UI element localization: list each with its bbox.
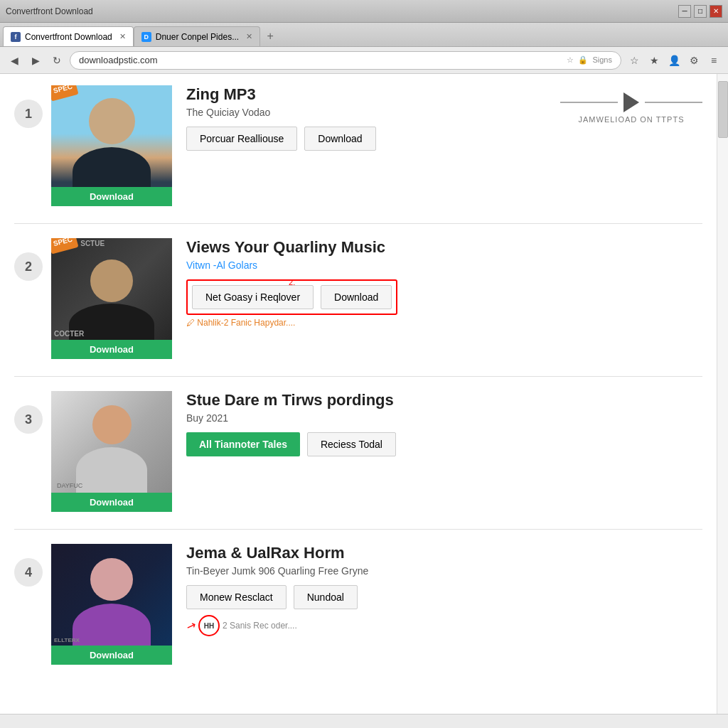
forward-button[interactable]: ▶ — [27, 52, 44, 69]
tab2-favicon: D — [141, 32, 151, 42]
item-title-3: Stue Dare m Tirws pordings — [186, 391, 702, 410]
item-subtitle-4: Tin-Beyer Jumk 906 Quarling Free Gryne — [186, 565, 702, 577]
item-number-3: 3 — [14, 405, 43, 434]
player-label: JAMWELIOAD ON TTPTS — [579, 115, 685, 124]
tab-2[interactable]: D Dnuer Conpel Pides... ✕ — [134, 26, 260, 46]
tab2-close[interactable]: ✕ — [246, 32, 252, 41]
divider-2 — [14, 376, 702, 377]
item-number-4: 4 — [14, 558, 43, 587]
note-icon-2: 🖊 — [186, 318, 195, 328]
url-signs-label: Signs — [592, 55, 612, 65]
item4-btn1[interactable]: Monew Resclact — [186, 585, 287, 609]
thumbnail-3: DAYFUC Download — [51, 391, 172, 512]
list-item: 4 ELLTERX Annrheue Download Jema & UalRa… — [14, 544, 702, 665]
item-buttons-2: Net Goasy i Reqlover Download — [192, 285, 392, 309]
menu-icon[interactable]: ≡ — [705, 52, 722, 69]
window-title: Convertfront Download — [6, 6, 93, 16]
divider-1 — [14, 223, 702, 224]
red-box-annotation: Net Goasy i Reqlover Download — [186, 279, 397, 315]
item2-btn2[interactable]: Download — [321, 285, 392, 309]
thumbnail-2: SITVE SCTUE COCTER SPEC Download — [51, 238, 172, 359]
back-button[interactable]: ◀ — [6, 52, 23, 69]
scrollbar-thumb[interactable] — [718, 81, 728, 138]
thumb-download-btn-3[interactable]: Download — [51, 493, 172, 512]
tab1-close[interactable]: ✕ — [119, 32, 126, 41]
scrollbar[interactable] — [717, 74, 728, 714]
item-info-3: Stue Dare m Tirws pordings Buy 2021 All … — [186, 391, 702, 462]
new-tab-button[interactable]: + — [260, 26, 280, 46]
item-number-2: 2 — [14, 252, 43, 281]
list-item: 2 SITVE SCTUE COCTER SPEC Download Views… — [14, 238, 702, 359]
item-subtitle-1: The Quiciay Vodao — [186, 107, 560, 118]
item-subtitle-3: Buy 2021 — [186, 412, 702, 424]
divider-3 — [14, 529, 702, 530]
item1-btn1[interactable]: Porcuar Realliouse — [186, 127, 297, 151]
item-subtitle-2: Vitwn -Al Golars — [186, 259, 702, 271]
item-title-4: Jema & UalRax Horm — [186, 544, 702, 562]
browser-content: 1 SPEC Download Zing MP3 The Quiciay Vod… — [0, 74, 728, 714]
toolbar-icons: ☆ ★ 👤 ⚙ ≡ — [626, 52, 722, 69]
page-content: 1 SPEC Download Zing MP3 The Quiciay Vod… — [0, 74, 717, 714]
profile-icon[interactable]: 👤 — [665, 52, 682, 69]
close-button[interactable]: ✕ — [710, 5, 722, 18]
url-star-icon: ☆ — [567, 55, 574, 65]
status-bar — [0, 714, 728, 728]
thumbnail-4: ELLTERX Annrheue Download — [51, 544, 172, 665]
item3-btn2[interactable]: Reciess Todal — [307, 432, 396, 456]
minimize-button[interactable]: ─ — [678, 5, 691, 18]
item-info-1: Zing MP3 The Quiciay Vodao Porcuar Reall… — [186, 85, 560, 156]
maximize-button[interactable]: □ — [694, 5, 707, 18]
item-number-1: 1 — [14, 100, 43, 128]
item3-btn1[interactable]: All Tiannoter Tales — [186, 432, 300, 456]
bookmark-star-icon[interactable]: ☆ — [626, 52, 643, 69]
window-chrome: Convertfront Download ─ □ ✕ — [0, 0, 728, 23]
item4-btn2[interactable]: Nundoal — [294, 585, 358, 609]
annotation-circle: HH — [198, 615, 220, 636]
player-line-left — [560, 102, 618, 103]
player-line-right — [645, 102, 702, 103]
thumbnail-1: SPEC Download — [51, 85, 172, 206]
item-note-2: 🖊 Nahlik-2 Fanic Hapydar.... — [186, 318, 702, 328]
thumb-download-btn-4[interactable]: Download — [51, 646, 172, 665]
item-buttons-4: Monew Resclact Nundoal — [186, 585, 702, 609]
thumb-download-btn-2[interactable]: Download — [51, 340, 172, 359]
tab-bar: f Convertfront Download ✕ D Dnuer Conpel… — [0, 23, 728, 47]
tab1-favicon: f — [11, 32, 21, 42]
url-icons: ☆ 🔒 Signs — [567, 55, 612, 65]
player-area: JAMWELIOAD ON TTPTS — [560, 92, 702, 124]
list-item: 1 SPEC Download Zing MP3 The Quiciay Vod… — [14, 85, 702, 206]
player-controls — [560, 92, 702, 112]
item2-btn1[interactable]: Net Goasy i Reqlover — [192, 285, 314, 309]
item-title-2: Views Your Quarliny Music — [186, 238, 702, 257]
url-lock-icon: 🔒 — [578, 55, 588, 65]
badge-2: SPEC — [51, 238, 79, 255]
window-controls: ─ □ ✕ — [678, 5, 722, 18]
thumb-download-btn-1[interactable]: Download — [51, 187, 172, 206]
bookmarks-icon[interactable]: ★ — [646, 52, 663, 69]
tab-1[interactable]: f Convertfront Download ✕ — [3, 26, 134, 46]
url-text: downloadpstic.com — [79, 55, 158, 65]
settings-icon[interactable]: ⚙ — [685, 52, 702, 69]
badge-1: SPEC — [51, 85, 79, 102]
annotation-arrow: ↗ — [184, 618, 198, 633]
address-bar: ◀ ▶ ↻ downloadpstic.com ☆ 🔒 Signs ☆ ★ 👤 … — [0, 47, 728, 74]
tab2-label: Dnuer Conpel Pides... — [156, 32, 239, 42]
item1-btn2[interactable]: Download — [304, 127, 375, 151]
item-title-1: Zing MP3 — [186, 85, 560, 104]
tab1-label: Convertfront Download — [25, 32, 112, 42]
play-button[interactable] — [623, 92, 639, 112]
item-buttons-1: Porcuar Realliouse Download — [186, 127, 560, 151]
item-note-4: ↗ HH 2 Sanis Rec oder.... — [186, 615, 702, 636]
refresh-button[interactable]: ↻ — [48, 52, 65, 69]
list-item: 3 DAYFUC Download Stue Dare m Tirws pord… — [14, 391, 702, 512]
item-info-2: Views Your Quarliny Music Vitwn -Al Gola… — [186, 238, 702, 328]
item-info-4: Jema & UalRax Horm Tin-Beyer Jumk 906 Qu… — [186, 544, 702, 636]
url-bar[interactable]: downloadpstic.com ☆ 🔒 Signs — [70, 51, 621, 70]
item-buttons-3: All Tiannoter Tales Reciess Todal — [186, 432, 702, 456]
